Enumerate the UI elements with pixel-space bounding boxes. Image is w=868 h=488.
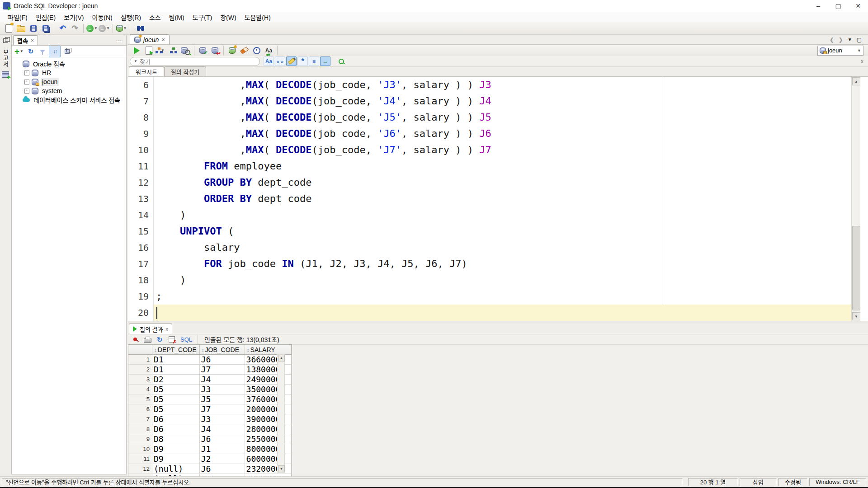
maximize-icon[interactable]: ▢ — [828, 0, 848, 12]
new-worksheet-icon[interactable] — [226, 45, 238, 56]
grid-cell[interactable]: D8 — [152, 434, 200, 444]
tab-query-builder[interactable]: 질의 작성기 — [164, 66, 206, 76]
tree-item-데이터베이스-스키마-서비스-접속[interactable]: 데이터베이스 스키마 서비스 접속 — [12, 95, 126, 104]
new-connection-icon[interactable]: ▼ — [115, 23, 127, 34]
row-number[interactable]: 2 — [128, 365, 152, 375]
code-area[interactable]: 6 ,MAX( DECODE(job_code, 'J3', salary ) … — [128, 77, 851, 321]
table-row[interactable]: 7D6J33900000 — [128, 414, 291, 424]
row-number[interactable]: 3 — [128, 375, 152, 385]
menu-item[interactable]: 편집(E) — [32, 12, 60, 23]
menu-item[interactable]: 도구(T) — [189, 12, 217, 23]
reports-icon[interactable] — [2, 71, 9, 78]
close-find-icon[interactable]: x — [861, 58, 863, 65]
collapse-all-icon[interactable] — [61, 46, 72, 57]
grid-cell[interactable]: J5 — [199, 394, 245, 404]
grid-cell[interactable]: D6 — [152, 424, 200, 434]
restore-panel-icon[interactable] — [3, 38, 8, 43]
row-number[interactable]: 4 — [128, 385, 152, 394]
tab-connections[interactable]: 접속 × — [13, 35, 38, 45]
grid-cell[interactable]: J3 — [199, 385, 245, 394]
table-row[interactable]: 5D5J53760000 — [128, 394, 291, 404]
grid-cell[interactable]: D5 — [152, 404, 200, 414]
table-row[interactable]: 1D1J63660000 — [128, 355, 291, 365]
table-row[interactable]: 4D5J33500000 — [128, 385, 291, 394]
grid-cell[interactable]: D5 — [152, 394, 200, 404]
code-line-18[interactable]: 18 ) — [128, 272, 851, 288]
column-header-salary[interactable]: ↕SALARY — [245, 345, 291, 355]
tree-item-oracle-접속[interactable]: Oracle 접속 — [12, 59, 126, 68]
sort-icon[interactable]: ↕ — [154, 347, 157, 353]
code-line-text[interactable]: FROM employee — [154, 158, 851, 174]
grid-cell[interactable]: (null) — [152, 464, 200, 474]
scroll-down-icon[interactable]: ▼ — [278, 465, 285, 472]
grid-cell[interactable]: J4 — [199, 375, 245, 385]
code-line-19[interactable]: 19; — [128, 288, 851, 305]
close-icon[interactable]: × — [31, 38, 34, 44]
close-icon[interactable]: ✕ — [848, 0, 868, 12]
grid-cell[interactable]: J6 — [199, 434, 245, 444]
delete-icon[interactable] — [166, 335, 177, 344]
sql-button[interactable]: SQL — [180, 336, 192, 343]
grid-cell[interactable]: J7 — [199, 365, 245, 375]
table-row[interactable]: 10D9J18000000 — [128, 444, 291, 454]
open-file-icon[interactable] — [15, 23, 27, 34]
minimize-icon[interactable]: – — [808, 0, 828, 12]
table-row[interactable]: 2D1J71380000 — [128, 365, 291, 375]
sort-icon[interactable]: ↓↑ — [49, 46, 61, 57]
grid-cell[interactable]: J3 — [199, 414, 245, 424]
maximize-pane-icon[interactable]: ▢ — [857, 37, 862, 43]
code-line-text[interactable]: ,MAX( DECODE(job_code, 'J4', salary ) ) … — [154, 93, 851, 109]
refresh-icon[interactable]: ↻ — [25, 46, 36, 57]
code-line-text[interactable]: FOR job_code IN (J1, J2, J3, J4, J5, J6,… — [154, 256, 851, 272]
tab-query-result[interactable]: 질의 결과 x — [129, 324, 172, 334]
grid-cell[interactable]: J2 — [199, 454, 245, 464]
column-header-job_code[interactable]: ↕JOB_CODE — [199, 345, 245, 355]
sql-tuning-icon[interactable] — [179, 45, 192, 56]
close-icon[interactable]: × — [161, 36, 165, 43]
sort-icon[interactable]: ↕ — [202, 347, 204, 353]
code-line-13[interactable]: 13 ORDER BY dept_code — [128, 191, 851, 207]
code-line-text[interactable]: ) — [154, 207, 851, 223]
table-row[interactable]: 8D6J42800000 — [128, 424, 291, 434]
menu-item[interactable]: 팀(M) — [165, 12, 189, 23]
tab-worksheet[interactable]: 워크시트 — [129, 66, 164, 76]
code-line-text[interactable]: ,MAX( DECODE(job_code, 'J3', salary ) ) … — [154, 77, 851, 93]
table-row[interactable]: 3D2J42490000 — [128, 375, 291, 385]
code-line-8[interactable]: 8 ,MAX( DECODE(job_code, 'J5', salary ) … — [128, 109, 851, 126]
back-icon[interactable]: ←▼ — [86, 23, 98, 34]
add-connection-icon[interactable]: +▼ — [14, 46, 24, 57]
filter-icon[interactable] — [37, 46, 48, 57]
code-line-text[interactable]: ,MAX( DECODE(job_code, 'J7', salary ) ) … — [154, 142, 851, 158]
find-input[interactable]: ▼ 찾기 — [130, 57, 260, 66]
pin-icon[interactable] — [130, 335, 141, 344]
wrap-search-button[interactable]: ≡ — [309, 56, 319, 66]
grid-cell[interactable]: D5 — [152, 385, 200, 394]
match-case-button[interactable]: Aa — [264, 56, 274, 66]
undo-icon[interactable]: ↶ — [57, 23, 69, 34]
code-line-text[interactable]: GROUP BY dept_code — [154, 174, 851, 191]
expand-icon[interactable]: + — [24, 80, 29, 84]
new-file-icon[interactable] — [3, 23, 15, 34]
menu-item[interactable]: 파일(F) — [4, 12, 32, 23]
grid-cell[interactable]: J4 — [199, 424, 245, 434]
scroll-down-icon[interactable]: ▼ — [852, 312, 860, 320]
grid-cell[interactable]: J7 — [199, 404, 245, 414]
tree-item-system[interactable]: +system — [12, 86, 126, 95]
code-line-text[interactable]: ORDER BY dept_code — [154, 191, 851, 207]
grid-vertical-scrollbar[interactable]: ▲ ▼ — [277, 354, 285, 473]
save-icon[interactable] — [27, 23, 39, 34]
grid-cell[interactable]: D6 — [152, 414, 200, 424]
forward-icon[interactable]: →▼ — [98, 23, 110, 34]
code-line-12[interactable]: 12 GROUP BY dept_code — [128, 174, 851, 191]
search-direction-button[interactable]: → — [320, 56, 330, 66]
explain-plan-icon[interactable]: ▼ — [155, 45, 167, 56]
grid-cell[interactable]: D1 — [152, 365, 200, 375]
code-line-text[interactable]: ,MAX( DECODE(job_code, 'J6', salary ) ) … — [154, 126, 851, 142]
table-row[interactable]: 11D9J26000000 — [128, 454, 291, 464]
scrollbar-thumb[interactable] — [852, 226, 860, 310]
menu-item[interactable]: 보기(V) — [60, 12, 88, 23]
column-header-dept_code[interactable]: ↕DEPT_CODE — [152, 345, 200, 355]
code-line-text[interactable]: ; — [154, 288, 851, 305]
menu-item[interactable]: 도움말(H) — [241, 12, 275, 23]
redo-icon[interactable]: ↷ — [69, 23, 81, 34]
